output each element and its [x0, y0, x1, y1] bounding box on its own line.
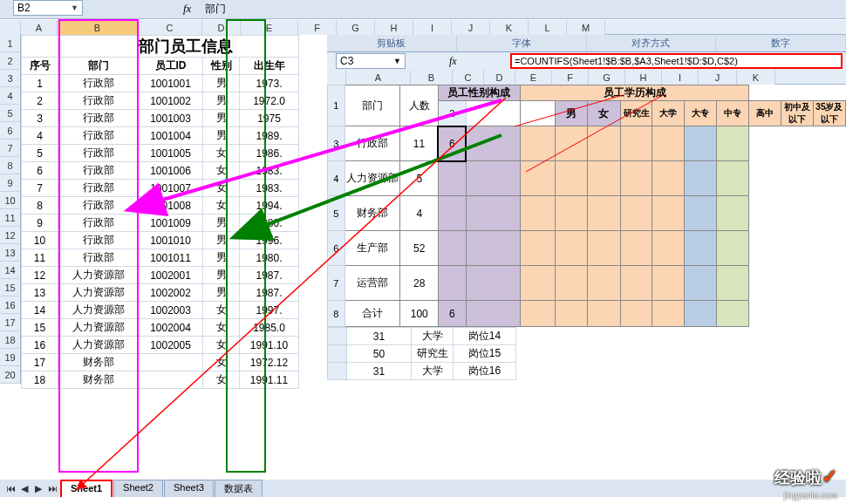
table-row[interactable]: 12人力资源部1002001男1987. [22, 267, 299, 284]
row-header[interactable]: 13 [0, 244, 21, 262]
col-header-J[interactable]: J [699, 70, 737, 85]
sheet-tab-Sheet3[interactable]: Sheet3 [164, 480, 214, 497]
table-row[interactable]: 18财务部女1991.11 [22, 371, 299, 389]
col-header-B[interactable]: B [411, 70, 453, 85]
formula-value[interactable]: 部门 [205, 2, 226, 17]
col-header-C[interactable]: C [453, 70, 484, 85]
sheet-tab-Sheet2[interactable]: Sheet2 [113, 480, 163, 497]
row-header[interactable]: 18 [0, 331, 21, 349]
col-header-F[interactable]: F [552, 70, 589, 85]
sheet-tab-bar: ⏮ ◀ ▶ ⏭ Sheet1Sheet2Sheet3数据表 [0, 480, 846, 497]
col-header-E[interactable]: E [241, 20, 298, 35]
table-row[interactable]: 7行政部1001007女1983. [22, 180, 299, 197]
table-row[interactable]: 8行政部1001008女1994. [22, 197, 299, 215]
table-row[interactable]: 31大学岗位14 [328, 328, 516, 345]
col-header-B[interactable]: B [58, 20, 138, 35]
row-header[interactable]: 14 [0, 262, 21, 279]
row-header[interactable]: 10 [0, 192, 21, 209]
table-row[interactable]: 5行政部1001005女1986. [22, 145, 299, 162]
formula-input-right[interactable]: =COUNTIFS(Sheet1!$B:$B,$A3,Sheet1!$D:$D,… [510, 53, 843, 69]
row-header[interactable]: 12 [0, 227, 21, 244]
name-box[interactable]: B2 ▼ [13, 0, 83, 16]
table-row[interactable]: 10行政部1001010男1996. [22, 232, 299, 249]
nav-next-icon[interactable]: ▶ [31, 483, 45, 494]
col-header-F[interactable]: F [298, 20, 337, 35]
table-row[interactable]: 3行政部1001003男1975 [22, 110, 299, 127]
row-header[interactable]: 2 [0, 52, 21, 70]
fx-label[interactable]: fx [183, 2, 191, 16]
table-row[interactable]: 50研究生岗位15 [328, 345, 516, 363]
col-header-M[interactable]: M [567, 20, 605, 35]
table-header: 性别 [203, 58, 240, 75]
col-header-G[interactable]: G [337, 20, 375, 35]
col-header-H[interactable]: H [375, 20, 413, 35]
left-worksheet[interactable]: 部门员工信息序号部门员工ID性别出生年1行政部1001001男1973.2行政部… [21, 35, 299, 389]
table-row[interactable]: 4行政部1001004男1989. [22, 127, 299, 145]
row-header[interactable]: 4 [0, 87, 21, 105]
row-header[interactable]: 15 [0, 279, 21, 296]
nav-first-icon[interactable]: ⏮ [3, 483, 17, 494]
table-header: 员工ID [139, 58, 203, 75]
table-row[interactable]: 17财务部女1972.12 [22, 354, 299, 371]
ribbon-section[interactable]: 数字 [716, 35, 846, 51]
col-header-I[interactable]: I [662, 70, 699, 85]
table-row[interactable]: 6生产部52 [328, 231, 846, 266]
table-row[interactable]: 13人力资源部1002002男1987. [22, 284, 299, 302]
right-pane: 剪贴板字体对齐方式数字 C3 ▼ fx =COUNTIFS(Sheet1!$B:… [327, 35, 846, 380]
row-header[interactable]: 20 [0, 366, 21, 384]
table-row[interactable]: 9行政部1001009男1980. [22, 215, 299, 232]
col-header-D[interactable]: D [484, 70, 515, 85]
dropdown-icon[interactable]: ▼ [393, 57, 401, 65]
table-row[interactable]: 7运营部28 [328, 266, 846, 301]
nav-last-icon[interactable]: ⏭ [45, 483, 59, 494]
fx-label-right[interactable]: fx [449, 55, 457, 68]
row-header[interactable]: 17 [0, 314, 21, 331]
sheet-nav: ⏮ ◀ ▶ ⏭ [3, 483, 59, 494]
sheet-tab-数据表[interactable]: 数据表 [215, 480, 263, 497]
col-header-L[interactable]: L [529, 20, 567, 35]
dropdown-icon[interactable]: ▼ [71, 3, 78, 12]
table-row[interactable]: 5财务部4 [328, 196, 846, 231]
ribbon-section[interactable]: 对齐方式 [587, 35, 717, 51]
table-row[interactable]: 16人力资源部1002005女1991.10 [22, 337, 299, 354]
col-header-A[interactable]: A [21, 20, 58, 35]
sheet-tab-Sheet1[interactable]: Sheet1 [60, 480, 113, 497]
table-row[interactable]: 8合计1006 [328, 301, 846, 327]
row-header[interactable]: 16 [0, 296, 21, 314]
col-header-H[interactable]: H [625, 70, 662, 85]
col-header-K[interactable]: K [490, 20, 529, 35]
ribbon-section[interactable]: 剪贴板 [327, 35, 457, 51]
row-header[interactable]: 19 [0, 349, 21, 366]
table-row[interactable]: 11行政部1001011男1980. [22, 249, 299, 267]
col-header-D[interactable]: D [202, 20, 241, 35]
row-header[interactable]: 11 [0, 209, 21, 227]
row-header[interactable]: 9 [0, 174, 21, 192]
table-row[interactable]: 31大学岗位16 [328, 363, 516, 380]
col-header-K[interactable]: K [737, 70, 775, 85]
table-row[interactable]: 6行政部1001006女1983. [22, 162, 299, 180]
right-worksheet[interactable]: 1部门人数员工性别构成员工学历构成2男女研究生大学大专中专高中初中及以下35岁及… [327, 85, 846, 380]
row-header[interactable]: 7 [0, 140, 21, 157]
col-header-J[interactable]: J [452, 20, 490, 35]
check-icon: ✓ [822, 466, 837, 487]
col-header-E[interactable]: E [515, 70, 552, 85]
row-header[interactable]: 6 [0, 122, 21, 140]
row-header[interactable]: 3 [0, 70, 21, 87]
row-header[interactable]: 1 [0, 35, 21, 52]
row-header[interactable]: 8 [0, 157, 21, 174]
table-row[interactable]: 2行政部1001002男1972.0 [22, 92, 299, 110]
table-row[interactable]: 3行政部116 [328, 126, 846, 161]
name-box-right[interactable]: C3 ▼ [336, 53, 406, 69]
table-row[interactable]: 15人力资源部1002004女1985.0 [22, 319, 299, 337]
col-header-A[interactable]: A [346, 70, 411, 85]
table-row[interactable]: 1行政部1001001男1973. [22, 75, 299, 92]
col-header-I[interactable]: I [413, 20, 452, 35]
watermark-url: jingyanla.com [784, 491, 837, 501]
nav-prev-icon[interactable]: ◀ [17, 483, 31, 494]
ribbon-section[interactable]: 字体 [457, 35, 587, 51]
col-header-C[interactable]: C [138, 20, 202, 35]
col-header-G[interactable]: G [589, 70, 625, 85]
row-header[interactable]: 5 [0, 105, 21, 122]
table-row[interactable]: 4人力资源部5 [328, 161, 846, 196]
table-row[interactable]: 14人力资源部1002003女1997. [22, 302, 299, 319]
